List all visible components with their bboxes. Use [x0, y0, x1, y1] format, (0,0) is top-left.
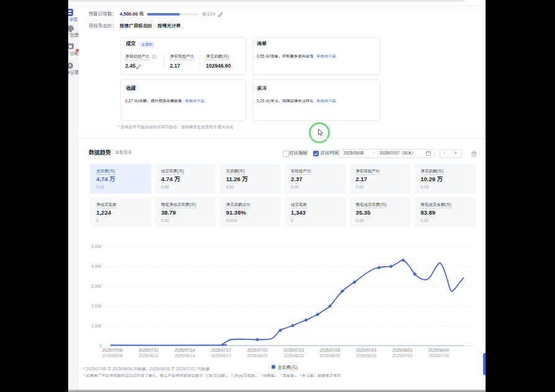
svg-text:2025/07/17: 2025/07/17 — [211, 348, 231, 352]
svg-text:1,000: 1,000 — [91, 324, 102, 328]
svg-text:2025/07/11: 2025/07/11 — [138, 348, 158, 352]
svg-text:2025/06/17: 2025/06/17 — [211, 354, 231, 358]
svg-text:4,000: 4,000 — [91, 264, 102, 269]
svg-text:2025/06/20: 2025/06/20 — [247, 354, 268, 358]
svg-text:0: 0 — [99, 344, 102, 348]
svg-text:2025/07/02: 2025/07/02 — [393, 354, 413, 358]
svg-text:2025/07/23: 2025/07/23 — [283, 348, 304, 352]
svg-text:2025/06/11: 2025/06/11 — [138, 354, 158, 358]
svg-text:总花费(元): 总花费(元) — [278, 365, 298, 370]
svg-text:2025/06/29: 2025/06/29 — [356, 354, 376, 358]
svg-text:3,000: 3,000 — [91, 284, 102, 288]
svg-text:2025/07/26: 2025/07/26 — [320, 348, 340, 352]
svg-text:2025/06/26: 2025/06/26 — [320, 354, 340, 358]
svg-text:2025/06/14: 2025/06/14 — [175, 354, 195, 358]
svg-text:5,000: 5,000 — [91, 244, 102, 249]
svg-text:2025/07/08: 2025/07/08 — [102, 348, 123, 352]
svg-text:2025/07/14: 2025/07/14 — [175, 348, 195, 352]
svg-text:2025/06/23: 2025/06/23 — [283, 354, 304, 358]
svg-text:2025/07/05: 2025/07/05 — [428, 354, 449, 358]
svg-text:2025/06/08: 2025/06/08 — [102, 354, 123, 358]
svg-text:2025/08/04: 2025/08/04 — [428, 348, 449, 352]
svg-text:2025/08/01: 2025/08/01 — [393, 348, 413, 352]
svg-text:2,000: 2,000 — [91, 304, 102, 308]
svg-text:2025/07/29: 2025/07/29 — [356, 348, 376, 352]
svg-text:2025/07/20: 2025/07/20 — [247, 348, 268, 352]
